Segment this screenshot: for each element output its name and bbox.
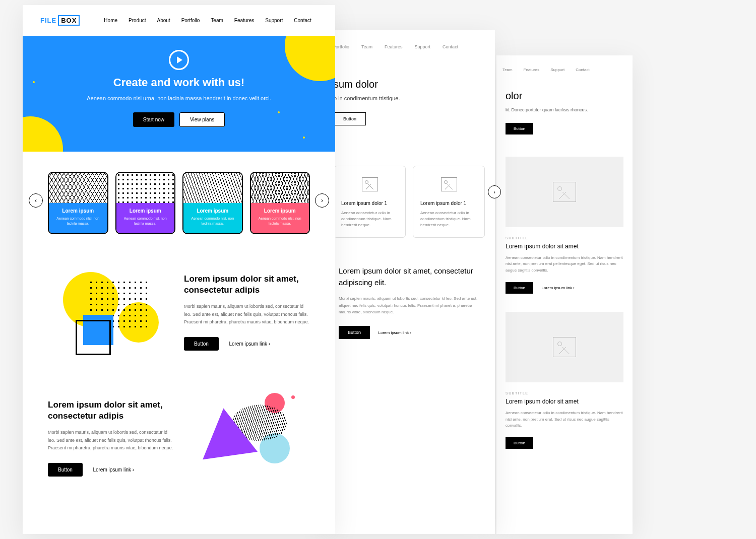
nav-about[interactable]: About bbox=[157, 18, 170, 23]
card-text: Aenean commodo nisi, non lacinia massa. bbox=[254, 216, 306, 226]
feature-link[interactable]: Lorem ipsum link bbox=[229, 341, 270, 347]
image-icon bbox=[553, 337, 576, 357]
feature-title: Lorem ipsum dolor sit amet bbox=[506, 243, 623, 250]
hero-title: sum dolor bbox=[334, 79, 495, 90]
nav: Portfolio Team Features Support Contact bbox=[324, 30, 495, 63]
card-title: Lorem ipsum bbox=[186, 208, 239, 214]
nav-team[interactable]: Team bbox=[502, 68, 513, 72]
card-title: Lorem ipsum bbox=[254, 208, 306, 214]
hero-title: Create and work with us! bbox=[23, 76, 335, 89]
nav-home[interactable]: Home bbox=[104, 18, 117, 23]
image-placeholder bbox=[506, 157, 623, 227]
header: FILE BOX Home Product About Portfolio Te… bbox=[23, 5, 335, 36]
nav-contact[interactable]: Contact bbox=[576, 68, 590, 72]
pattern-icon bbox=[116, 173, 175, 203]
image-placeholder bbox=[506, 312, 623, 382]
card-title: Lorem ipsum bbox=[52, 208, 104, 214]
card-3[interactable]: Lorem ipsum Aenean commodo nisi, non lac… bbox=[182, 172, 243, 234]
hero-subtitle: o in condimentum tristique. bbox=[334, 95, 495, 101]
feature-row-2: Lorem ipsum dolor sit amet, consectetur … bbox=[23, 375, 335, 501]
start-button[interactable]: Start now bbox=[133, 112, 174, 127]
view-plans-button[interactable]: View plans bbox=[179, 112, 225, 127]
card-4[interactable]: Lorem ipsum Aenean commodo nisi, non lac… bbox=[250, 172, 310, 234]
card-2[interactable]: Lorem ipsum Aenean commodo nisi, non lac… bbox=[115, 172, 176, 234]
image-icon bbox=[441, 177, 457, 191]
nav-portfolio[interactable]: Portfolio bbox=[181, 18, 200, 23]
image-icon bbox=[553, 182, 576, 202]
feature-block-2: SUBTITLE Lorem ipsum dolor sit amet Aene… bbox=[496, 303, 633, 458]
feature-body: Morbi sapien mauris, aliquam ut lobortis… bbox=[48, 429, 174, 452]
nav-contact[interactable]: Contact bbox=[443, 44, 458, 49]
feature-title: Lorem ipsum dolor sit amet bbox=[506, 398, 623, 405]
hero-title: olor bbox=[506, 90, 623, 102]
carousel-next-icon[interactable]: › bbox=[315, 193, 329, 208]
nav-team[interactable]: Team bbox=[211, 18, 223, 23]
feature-button[interactable]: Button bbox=[506, 282, 533, 294]
feature-block-1: SUBTITLE Lorem ipsum dolor sit amet Aene… bbox=[496, 148, 633, 303]
hero-subtitle: Aenean commodo nisi urna, non lacinia ma… bbox=[23, 94, 335, 103]
feature-link[interactable]: Lorem ipsum link bbox=[93, 467, 134, 473]
card-text: Aenean consectetur odio in condimentum t… bbox=[341, 210, 398, 228]
nav-support[interactable]: Support bbox=[550, 68, 564, 72]
hero: olor lit. Donec porttitor quam lacilisis… bbox=[496, 84, 633, 148]
card-text: Aenean commodo nisi, non lacinia massa. bbox=[186, 216, 239, 226]
nav-features[interactable]: Features bbox=[234, 18, 254, 23]
nav-features[interactable]: Features bbox=[385, 44, 403, 49]
card-text: Aenean commodo nisi, non lacinia massa. bbox=[52, 216, 104, 226]
nav-product[interactable]: Product bbox=[129, 18, 146, 23]
carousel-next-icon[interactable]: › bbox=[488, 185, 501, 198]
card-text: Aenean consectetur odio in condimentum t… bbox=[420, 210, 477, 228]
feature-body: Aenean consectetur odio in condimentum t… bbox=[506, 410, 623, 429]
feature-link[interactable]: Lorem ipsum link bbox=[542, 286, 575, 290]
decoration-circle-icon bbox=[285, 36, 335, 81]
color-screen-1: FILE BOX Home Product About Portfolio Te… bbox=[23, 5, 335, 534]
hero: Create and work with us! Aenean commodo … bbox=[23, 36, 335, 152]
image-icon bbox=[362, 177, 378, 191]
feature-button[interactable]: Button bbox=[506, 437, 533, 449]
nav: Home Product About Portfolio Team Featur… bbox=[104, 18, 311, 23]
hero-buttons: Start now View plans bbox=[23, 112, 335, 127]
nav-support[interactable]: Support bbox=[415, 44, 431, 49]
subtitle-label: SUBTITLE bbox=[506, 236, 623, 240]
section-button[interactable]: Button bbox=[339, 326, 370, 339]
nav: Team Features Support Contact bbox=[496, 55, 633, 84]
feature-title: Lorem ipsum dolor sit amet, consectetur … bbox=[184, 274, 310, 296]
logo[interactable]: FILE BOX bbox=[40, 15, 80, 26]
feature-body: Morbi sapien mauris, aliquam ut lobortis… bbox=[184, 303, 310, 326]
pattern-icon bbox=[251, 173, 309, 203]
card-1: Lorem ipsum dolor 1 Aenean consectetur o… bbox=[334, 166, 406, 238]
pattern-icon bbox=[49, 173, 107, 203]
nav-support[interactable]: Support bbox=[265, 18, 283, 23]
wireframe-screen-2: Portfolio Team Features Support Contact … bbox=[324, 30, 495, 534]
dot-icon bbox=[58, 137, 60, 139]
section-link[interactable]: Lorem ipsum link bbox=[378, 330, 411, 335]
card-text: Aenean commodo nisi, non lacinia massa. bbox=[119, 216, 172, 226]
dot-icon bbox=[303, 137, 305, 139]
feature-row-1: Lorem ipsum dolor sit amet, consectetur … bbox=[23, 249, 335, 375]
feature-button[interactable]: Button bbox=[184, 337, 219, 351]
feature-button[interactable]: Button bbox=[48, 463, 83, 477]
section-body: Morbi sapien mauris, aliquam ut lobortis… bbox=[339, 295, 480, 316]
logo-part1: FILE bbox=[40, 17, 56, 24]
hero-button[interactable]: Button bbox=[334, 112, 366, 125]
card-title: Lorem ipsum dolor 1 bbox=[341, 200, 398, 206]
subtitle-label: SUBTITLE bbox=[506, 391, 623, 395]
logo-part2: BOX bbox=[58, 15, 80, 26]
pattern-icon bbox=[183, 173, 242, 203]
play-icon[interactable] bbox=[169, 50, 189, 70]
feature-body: Aenean consectetur odio in condimentum t… bbox=[506, 255, 623, 274]
carousel-prev-icon[interactable]: ‹ bbox=[29, 193, 43, 208]
nav-features[interactable]: Features bbox=[524, 68, 540, 72]
nav-team[interactable]: Team bbox=[361, 44, 372, 49]
hero: sum dolor o in condimentum tristique. Bu… bbox=[324, 63, 495, 141]
illustration-icon bbox=[48, 267, 164, 358]
nav-contact[interactable]: Contact bbox=[294, 18, 311, 23]
section-title: Lorem ipsum dolor sit amet, consectetur … bbox=[339, 265, 480, 288]
hero-button[interactable]: Button bbox=[506, 123, 533, 134]
cards-row: Lorem ipsum dolor 1 Aenean consectetur o… bbox=[324, 141, 495, 243]
card-2: Lorem ipsum dolor 1 Aenean consectetur o… bbox=[413, 166, 485, 238]
illustration-icon bbox=[194, 393, 310, 484]
card-title: Lorem ipsum bbox=[119, 208, 172, 214]
card-1[interactable]: Lorem ipsum Aenean commodo nisi, non lac… bbox=[48, 172, 108, 234]
wireframe-screen-3: Team Features Support Contact olor lit. … bbox=[496, 55, 633, 534]
